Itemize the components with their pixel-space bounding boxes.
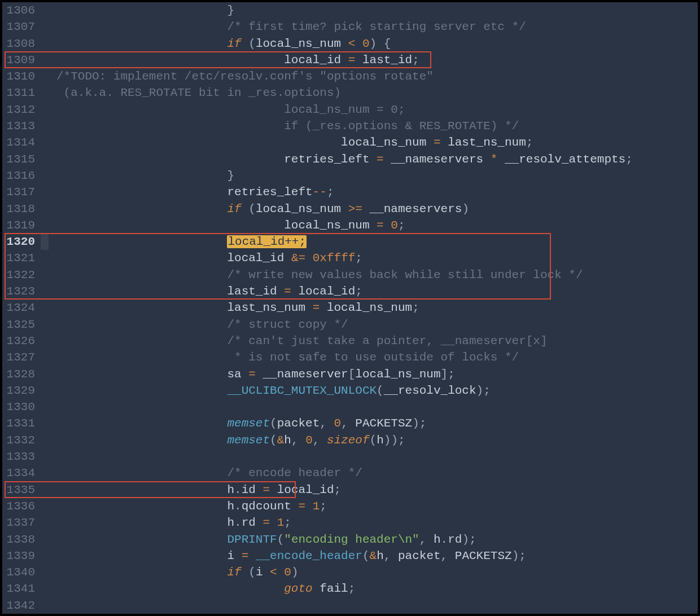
line-number: 1324 bbox=[2, 300, 41, 316]
code-line[interactable]: 1314 local_ns_num = last_ns_num; bbox=[2, 134, 698, 151]
code-content[interactable]: local_ns_num = 0; bbox=[41, 217, 405, 234]
code-content[interactable]: /* first time? pick starting server etc … bbox=[41, 19, 526, 35]
token-ident: sa bbox=[227, 368, 241, 381]
code-content[interactable]: /*TODO: implement /etc/resolv.conf's "op… bbox=[41, 68, 434, 85]
code-content[interactable]: /* can't just take a pointer, __nameserv… bbox=[41, 333, 548, 349]
code-line[interactable]: 1340 if (i < 0) bbox=[2, 564, 698, 580]
code-line[interactable]: 1324 last_ns_num = local_ns_num; bbox=[2, 300, 698, 316]
code-content[interactable]: goto fail; bbox=[41, 580, 355, 597]
token-op: = bbox=[242, 549, 249, 562]
code-line[interactable]: 1342 bbox=[2, 597, 698, 614]
code-content[interactable]: } bbox=[41, 168, 234, 184]
code-content[interactable]: if (local_ns_num < 0) { bbox=[41, 36, 391, 52]
code-line[interactable]: 1325 /* struct copy */ bbox=[2, 316, 698, 333]
code-line[interactable]: 1319 local_ns_num = 0; bbox=[2, 217, 698, 234]
code-line[interactable]: 1335 h.id = local_id; bbox=[2, 482, 698, 498]
token-op: = bbox=[377, 219, 384, 232]
token-op: = bbox=[377, 153, 384, 166]
code-line[interactable]: 1313 if (_res.options & RES_ROTATE) */ bbox=[2, 118, 698, 134]
code-line[interactable]: 1307 /* first time? pick starting server… bbox=[2, 19, 698, 35]
code-line[interactable]: 1333 bbox=[2, 448, 698, 465]
code-content[interactable]: h.id = local_id; bbox=[41, 482, 341, 498]
code-content[interactable]: h.qdcount = 1; bbox=[41, 498, 327, 514]
code-line[interactable]: 1331 memset(packet, 0, PACKETSZ); bbox=[2, 415, 698, 432]
code-line[interactable]: 1341 goto fail; bbox=[2, 580, 698, 597]
token-ident: h bbox=[377, 549, 384, 562]
code-line[interactable]: 1322 /* write new values back while stil… bbox=[2, 267, 698, 283]
code-content[interactable]: local_id = last_id; bbox=[41, 52, 419, 68]
token-ident: PACKETSZ bbox=[455, 549, 512, 562]
code-line[interactable]: 1329 __UCLIBC_MUTEX_UNLOCK(__resolv_lock… bbox=[2, 382, 698, 399]
code-content[interactable]: sa = __nameserver[local_ns_num]; bbox=[41, 366, 455, 382]
code-content[interactable]: } bbox=[41, 2, 234, 19]
code-line[interactable]: 1339 i = __encode_header(&h, packet, PAC… bbox=[2, 548, 698, 564]
code-content[interactable]: h.rd = 1; bbox=[41, 514, 291, 531]
code-line[interactable]: 1311 (a.k.a. RES_ROTATE bit in _res.opti… bbox=[2, 85, 698, 101]
code-line[interactable]: 1306 } bbox=[2, 2, 698, 19]
code-content[interactable]: retries_left--; bbox=[41, 184, 334, 200]
code-line[interactable]: 1327 * is not safe to use outside of loc… bbox=[2, 349, 698, 366]
code-line[interactable]: 1315 retries_left = __nameservers * __re… bbox=[2, 151, 698, 168]
code-content[interactable]: (a.k.a. RES_ROTATE bit in _res.options) bbox=[41, 85, 341, 101]
code-content[interactable]: last_ns_num = local_ns_num; bbox=[41, 300, 419, 316]
code-line[interactable]: 1310/*TODO: implement /etc/resolv.conf's… bbox=[2, 68, 698, 85]
token-op: = bbox=[263, 516, 270, 529]
code-content[interactable]: if (_res.options & RES_ROTATE) */ bbox=[41, 118, 519, 134]
code-content[interactable]: /* encode header */ bbox=[41, 465, 362, 481]
code-content[interactable]: local_ns_num = 0; bbox=[41, 102, 405, 118]
code-line[interactable]: 1336 h.qdcount = 1; bbox=[2, 498, 698, 514]
token-punc: ; bbox=[327, 186, 334, 199]
code-line[interactable]: 1316 } bbox=[2, 168, 698, 184]
token-ident: rd bbox=[242, 516, 256, 529]
code-content[interactable]: * is not safe to use outside of locks */ bbox=[41, 349, 519, 366]
code-line[interactable]: 1308 if (local_ns_num < 0) { bbox=[2, 36, 698, 52]
code-content[interactable]: /* write new values back while still und… bbox=[41, 267, 583, 283]
code-line[interactable]: 1318 if (local_ns_num >= __nameservers) bbox=[2, 201, 698, 217]
token-keyword: goto bbox=[284, 582, 312, 595]
code-content[interactable]: local_id &= 0xffff; bbox=[41, 250, 362, 266]
token-whitespace bbox=[56, 54, 284, 67]
token-whitespace bbox=[56, 549, 227, 562]
code-line[interactable]: 1328 sa = __nameserver[local_ns_num]; bbox=[2, 366, 698, 382]
line-number: 1307 bbox=[2, 19, 41, 35]
line-number: 1306 bbox=[2, 2, 41, 19]
token-op: = bbox=[299, 500, 306, 513]
code-content[interactable]: /* struct copy */ bbox=[41, 316, 348, 333]
code-content[interactable]: DPRINTF("encoding header\n", h.rd); bbox=[41, 531, 476, 548]
code-content[interactable]: __UCLIBC_MUTEX_UNLOCK(__resolv_lock); bbox=[41, 382, 491, 399]
code-line[interactable]: 1321 local_id &= 0xffff; bbox=[2, 250, 698, 266]
code-line[interactable]: 1312 local_ns_num = 0; bbox=[2, 102, 698, 118]
code-content[interactable] bbox=[41, 597, 56, 614]
token-punc: , bbox=[320, 417, 327, 430]
code-line[interactable]: 1330 bbox=[2, 399, 698, 415]
code-content[interactable]: if (local_ns_num >= __nameservers) bbox=[41, 201, 469, 217]
code-content[interactable]: memset(&h, 0, sizeof(h)); bbox=[41, 432, 405, 448]
token-whitespace bbox=[341, 54, 348, 67]
code-content[interactable]: i = __encode_header(&h, packet, PACKETSZ… bbox=[41, 548, 526, 564]
code-line[interactable]: 1320 local_id++; bbox=[2, 234, 698, 250]
code-content[interactable]: local_ns_num = last_ns_num; bbox=[41, 134, 533, 151]
token-punc: ; bbox=[355, 285, 362, 298]
code-editor[interactable]: 1306 }1307 /* first time? pick starting … bbox=[2, 2, 698, 614]
code-content[interactable] bbox=[41, 448, 56, 465]
token-punc: ( bbox=[270, 434, 277, 447]
token-punc: . bbox=[234, 500, 242, 513]
code-line[interactable]: 1309 local_id = last_id; bbox=[2, 52, 698, 68]
code-line[interactable]: 1338 DPRINTF("encoding header\n", h.rd); bbox=[2, 531, 698, 548]
code-line[interactable]: 1323 last_id = local_id; bbox=[2, 283, 698, 300]
token-whitespace bbox=[56, 235, 227, 248]
code-content[interactable]: memset(packet, 0, PACKETSZ); bbox=[41, 415, 426, 432]
code-line[interactable]: 1337 h.rd = 1; bbox=[2, 514, 698, 531]
token-punc: ; bbox=[469, 533, 476, 546]
code-line[interactable]: 1317 retries_left--; bbox=[2, 184, 698, 200]
code-content[interactable] bbox=[41, 399, 56, 415]
code-line[interactable]: 1332 memset(&h, 0, sizeof(h)); bbox=[2, 432, 698, 448]
token-comment: /* encode header */ bbox=[227, 467, 362, 479]
token-punc: ) bbox=[462, 203, 469, 215]
code-content[interactable]: retries_left = __nameservers * __resolv_… bbox=[41, 151, 633, 168]
code-line[interactable]: 1334 /* encode header */ bbox=[2, 465, 698, 481]
code-line[interactable]: 1326 /* can't just take a pointer, __nam… bbox=[2, 333, 698, 349]
code-content[interactable]: local_id++; bbox=[41, 234, 307, 250]
code-content[interactable]: last_id = local_id; bbox=[41, 283, 362, 300]
code-content[interactable]: if (i < 0) bbox=[41, 564, 299, 580]
